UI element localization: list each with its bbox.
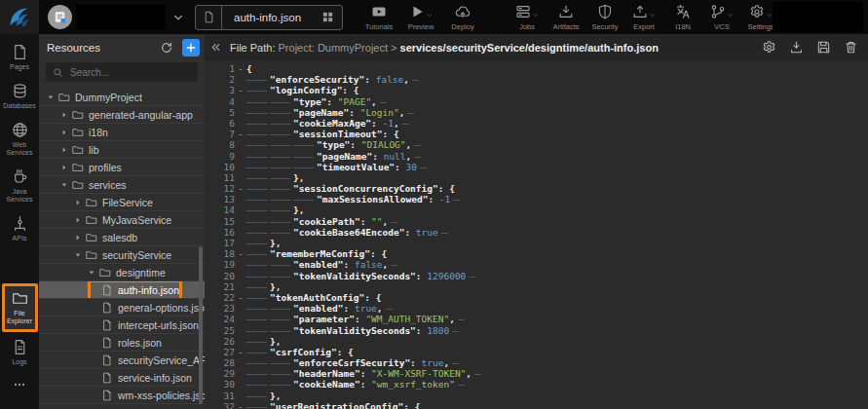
sidebar-item-logs[interactable]: Logs [1,339,38,366]
folder-icon [72,144,84,156]
caret-right-icon[interactable] [74,199,86,206]
tree-item-designtime[interactable]: designtime [39,264,205,281]
tree-item-myjavaservice[interactable]: MyJavaService [39,211,205,229]
fold-marker[interactable]: - [238,85,246,95]
search-input[interactable] [68,66,191,79]
sidebar-item-label: Databases [3,102,35,110]
code-text: "cookiePath": "", [246,216,397,227]
caret-right-icon[interactable] [74,216,86,224]
topbar-tool-tutorials[interactable]: Tutorials [364,3,394,31]
toolbar-group-primary: TutorialsPreviewDeploy [364,3,477,31]
code-text: "rememberMeConfig": { [246,248,387,259]
sidebar-item-web-services[interactable]: Web Services [1,122,38,157]
tree-item-auth-info-json[interactable]: auth-info.json [39,281,205,299]
download-button[interactable] [789,40,804,55]
caret-down-icon[interactable] [88,269,99,277]
file-icon [101,390,113,401]
save-button[interactable] [816,40,831,55]
gear-icon [749,4,765,19]
fold-marker[interactable]: - [238,183,246,194]
sidebar-item-pages[interactable]: Pages [1,44,38,71]
topbar-tool-deploy[interactable]: Deploy [448,3,477,31]
caret-down-icon[interactable] [74,251,86,259]
coffee-icon [12,168,28,185]
line-number: 17 [212,238,238,248]
code-line: 3-"loginConfig": { [212,85,868,95]
chevron-down-icon [766,12,773,19]
topbar-tool-label: Deploy [451,22,473,31]
code-text: "tokenValiditySeconds": 1296000 [246,271,475,281]
topbar-tool-settings[interactable]: Settings [746,3,775,31]
tree-item-fileservice[interactable]: FileService [39,194,205,211]
line-number: 24 [212,314,238,324]
tree-item-securityservice-api-json[interactable]: securityService_API.json [39,352,205,369]
project-avatar[interactable] [48,5,72,29]
tree-item-service-info-json[interactable]: service-info.json [39,369,205,387]
topbar-tool-preview[interactable]: Preview [406,3,435,31]
sidebar-item-apis[interactable]: APIs [1,215,38,242]
caret-right-icon[interactable] [60,111,72,119]
code-line: 10"timeoutValue": 30 [212,162,868,172]
topbar-tool-export[interactable]: Export [629,3,659,31]
topbar-tool-artifacts[interactable]: Artifacts [551,3,581,31]
file-tree: DummyProjectgenerated-angular-appi18nlib… [39,89,205,409]
code-line: 25"tokenValiditySeconds": 1800 [212,325,868,336]
code-line: 7-"sessionTimeout": { [212,129,868,139]
fold-marker[interactable]: - [238,347,246,357]
topbar-tool-security[interactable]: Security [590,3,620,31]
code-line: 32-"userRegistrationConfig": { [212,401,868,409]
file-settings-button[interactable] [762,40,776,55]
fold-gutter [238,107,246,118]
tree-item-profiles[interactable]: profiles [39,159,205,176]
delete-button[interactable] [844,40,858,55]
sidebar-item-more[interactable] [1,378,38,391]
tree-item-securityservice[interactable]: securityService [39,246,205,264]
fold-marker[interactable]: - [238,401,246,409]
caret-down-icon[interactable] [60,181,72,189]
caret-right-icon[interactable] [60,129,72,136]
code-text: "maxSessionsAllowed": -1 [246,194,460,204]
tree-item-lib[interactable]: lib [39,141,205,159]
sidebar-item-java-services[interactable]: Java Services [1,168,38,204]
code-editor[interactable]: 1-{2"enforceSecurity": false,3-"loginCon… [205,60,868,409]
code-line: 28"enforceCsrfSecurity": true, [212,357,868,368]
file-tab[interactable]: auth-info.json [195,5,343,30]
fold-marker[interactable]: - [238,248,246,259]
panel-scrollbar[interactable] [199,246,203,404]
tree-item-intercept-urls-json[interactable]: intercept-urls.json [39,316,205,334]
tray-down-icon [558,4,574,19]
tree-item-i18n[interactable]: i18n [39,124,205,141]
topbar-tool-vcs[interactable]: VCS [707,3,736,31]
fold-marker[interactable]: - [238,129,246,139]
app-logo[interactable] [0,0,39,34]
tree-item-roles-json[interactable]: roles.json [39,334,205,352]
tree-item-services[interactable]: services [39,176,205,194]
search-box[interactable] [46,62,198,82]
caret-right-icon[interactable] [74,234,86,242]
add-resource-button[interactable] [182,39,200,56]
caret-right-icon[interactable] [60,146,72,154]
refresh-button[interactable] [160,41,173,55]
caret-right-icon [74,216,82,224]
folder-icon [72,162,84,173]
gear-icon [762,40,776,55]
topbar-tool-jobs[interactable]: Jobs [512,3,542,31]
project-switcher-chevron-icon[interactable] [172,12,184,23]
tree-item-generated-angular-app[interactable]: generated-angular-app [39,106,205,124]
fold-marker[interactable]: - [238,63,246,74]
tree-item-label: generated-angular-app [89,109,193,121]
tree-item-label: wm-xss-policies.json [118,390,205,401]
sidebar-item-file-explorer[interactable]: File Explorer [2,283,38,332]
caret-down-icon[interactable] [47,93,58,101]
grid-icon[interactable] [313,11,342,23]
sidebar-item-databases[interactable]: Databases [1,83,38,110]
topbar-tool-i18n[interactable]: I18N [668,3,698,31]
tree-item-salesdb[interactable]: salesdb [39,229,205,246]
tree-item-wm-xss-policies-json[interactable]: wm-xss-policies.json [39,387,205,404]
caret-right-icon [60,129,68,136]
tree-item-general-options-json[interactable]: general-options.json [39,299,205,316]
collapse-panel-icon[interactable] [209,41,222,54]
tree-item-dummyproject[interactable]: DummyProject [39,89,205,106]
caret-right-icon[interactable] [60,164,72,171]
fold-marker[interactable]: - [238,292,246,303]
